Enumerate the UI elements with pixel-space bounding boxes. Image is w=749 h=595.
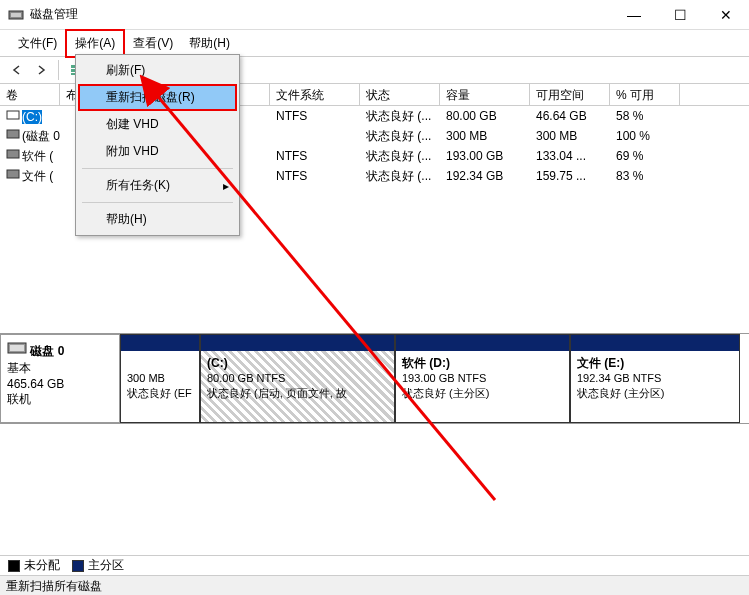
volume-cell: 133.04 ... <box>530 147 610 165</box>
partition-body: (C:)80.00 GB NTFS状态良好 (启动, 页面文件, 故 <box>201 351 394 422</box>
partition-body: 软件 (D:)193.00 GB NTFS状态良好 (主分区) <box>396 351 569 422</box>
volume-cell: 文件 ( <box>0 166 60 187</box>
menu-create-vhd[interactable]: 创建 VHD <box>78 111 237 138</box>
partition-header <box>121 335 199 351</box>
col-capacity[interactable]: 容量 <box>440 84 530 105</box>
legend-swatch-unallocated <box>8 560 20 572</box>
partition-header <box>201 335 394 351</box>
col-filesystem[interactable]: 文件系统 <box>270 84 360 105</box>
partition-body: 文件 (E:)192.34 GB NTFS状态良好 (主分区) <box>571 351 739 422</box>
menu-view[interactable]: 查看(V) <box>125 31 181 56</box>
app-icon <box>8 7 24 23</box>
minimize-button[interactable]: — <box>611 0 657 29</box>
back-button[interactable] <box>6 59 28 81</box>
submenu-arrow-icon: ▸ <box>223 179 229 193</box>
volume-cell: 300 MB <box>440 127 530 145</box>
volume-cell: 状态良好 (... <box>360 166 440 187</box>
volume-cell: 300 MB <box>530 127 610 145</box>
volume-cell: 80.00 GB <box>440 107 530 125</box>
disk-state: 联机 <box>7 392 31 406</box>
partition-body: 300 MB状态良好 (EF <box>121 351 199 422</box>
close-button[interactable]: ✕ <box>703 0 749 29</box>
partition[interactable]: (C:)80.00 GB NTFS状态良好 (启动, 页面文件, 故 <box>200 334 395 423</box>
volume-cell: (C:) <box>0 107 60 126</box>
col-volume[interactable]: 卷 <box>0 84 60 105</box>
maximize-button[interactable]: ☐ <box>657 0 703 29</box>
svg-rect-5 <box>7 111 19 119</box>
window-controls: — ☐ ✕ <box>611 0 749 29</box>
volume-cell: 192.34 GB <box>440 167 530 185</box>
volume-cell: 状态良好 (... <box>360 126 440 147</box>
disk-icon <box>7 341 27 357</box>
volume-icon <box>6 109 20 121</box>
volume-cell: 100 % <box>610 127 680 145</box>
disk-map-pane: 磁盘 0 基本 465.64 GB 联机 300 MB状态良好 (EF (C:)… <box>0 334 749 555</box>
partition-header <box>396 335 569 351</box>
volume-cell: 状态良好 (... <box>360 106 440 127</box>
legend-primary: 主分区 <box>88 557 124 574</box>
partition[interactable]: 软件 (D:)193.00 GB NTFS状态良好 (主分区) <box>395 334 570 423</box>
disk-info[interactable]: 磁盘 0 基本 465.64 GB 联机 <box>0 334 120 423</box>
menu-attach-vhd[interactable]: 附加 VHD <box>78 138 237 165</box>
volume-icon <box>6 168 20 180</box>
volume-cell: 46.64 GB <box>530 107 610 125</box>
disk-row: 磁盘 0 基本 465.64 GB 联机 300 MB状态良好 (EF (C:)… <box>0 334 749 424</box>
menu-all-tasks[interactable]: 所有任务(K) ▸ <box>78 172 237 199</box>
volume-cell: 58 % <box>610 107 680 125</box>
volume-cell: 软件 ( <box>0 146 60 167</box>
partition-header <box>571 335 739 351</box>
svg-rect-8 <box>7 170 19 178</box>
volume-cell: NTFS <box>270 107 360 125</box>
svg-rect-7 <box>7 150 19 158</box>
volume-icon <box>6 148 20 160</box>
legend-swatch-primary <box>72 560 84 572</box>
col-pctfree[interactable]: % 可用 <box>610 84 680 105</box>
titlebar: 磁盘管理 — ☐ ✕ <box>0 0 749 30</box>
disk-size: 465.64 GB <box>7 377 64 391</box>
legend: 未分配 主分区 <box>0 555 749 575</box>
action-dropdown: 刷新(F) 重新扫描磁盘(R) 创建 VHD 附加 VHD 所有任务(K) ▸ … <box>75 54 240 236</box>
menu-dropdown-help[interactable]: 帮助(H) <box>78 206 237 233</box>
menu-file[interactable]: 文件(F) <box>10 31 65 56</box>
menu-help[interactable]: 帮助(H) <box>181 31 238 56</box>
volume-cell: 193.00 GB <box>440 147 530 165</box>
legend-unallocated: 未分配 <box>24 557 60 574</box>
menu-all-tasks-label: 所有任务(K) <box>106 178 170 192</box>
volume-cell: 83 % <box>610 167 680 185</box>
forward-button[interactable] <box>30 59 52 81</box>
partition[interactable]: 300 MB状态良好 (EF <box>120 334 200 423</box>
volume-icon <box>6 128 20 140</box>
col-status[interactable]: 状态 <box>360 84 440 105</box>
menu-rescan-disks[interactable]: 重新扫描磁盘(R) <box>78 84 237 111</box>
disk-label: 磁盘 0 <box>30 344 64 358</box>
volume-cell: NTFS <box>270 147 360 165</box>
window-title: 磁盘管理 <box>30 6 611 23</box>
volume-cell: 159.75 ... <box>530 167 610 185</box>
volume-cell: 69 % <box>610 147 680 165</box>
svg-rect-6 <box>7 130 19 138</box>
col-freespace[interactable]: 可用空间 <box>530 84 610 105</box>
volume-cell: NTFS <box>270 167 360 185</box>
disk-type: 基本 <box>7 361 31 375</box>
menu-refresh[interactable]: 刷新(F) <box>78 57 237 84</box>
statusbar: 重新扫描所有磁盘 <box>0 575 749 595</box>
menubar: 文件(F) 操作(A) 查看(V) 帮助(H) <box>0 30 749 56</box>
svg-rect-10 <box>10 345 24 351</box>
volume-cell: 状态良好 (... <box>360 146 440 167</box>
volume-cell <box>270 134 360 138</box>
partition[interactable]: 文件 (E:)192.34 GB NTFS状态良好 (主分区) <box>570 334 740 423</box>
volume-cell: (磁盘 0 <box>0 126 60 147</box>
svg-rect-1 <box>11 13 21 17</box>
